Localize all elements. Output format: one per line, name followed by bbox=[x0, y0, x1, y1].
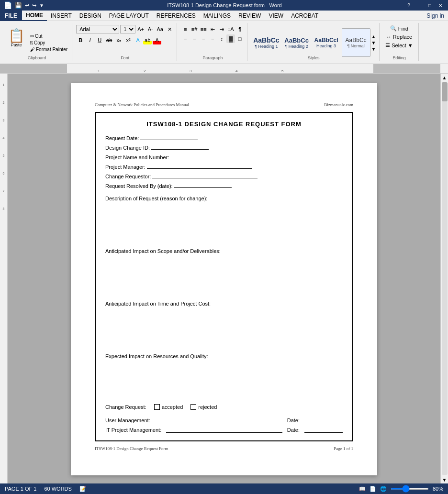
review-menu[interactable]: REVIEW bbox=[235, 11, 265, 21]
project-manager-line[interactable] bbox=[147, 163, 252, 169]
status-bar: PAGE 1 OF 1 60 WORDS 📝 📖 📄 🌐 80% bbox=[0, 483, 448, 494]
scroll-up-button[interactable]: ▲ bbox=[441, 74, 448, 81]
document-footer: ITSW108-1 Design Change Request Form Pag… bbox=[95, 446, 353, 451]
font-name-select[interactable]: Arial bbox=[76, 25, 119, 33]
design-menu[interactable]: DESIGN bbox=[76, 11, 105, 21]
decrease-font-button[interactable]: A- bbox=[146, 25, 155, 33]
select-button[interactable]: ☰ Select ▼ bbox=[383, 42, 414, 49]
scroll-thumb[interactable] bbox=[442, 82, 448, 101]
project-manager-field: Project Manager: bbox=[105, 163, 343, 170]
zoom-slider[interactable] bbox=[391, 488, 429, 490]
help-btn[interactable]: ? bbox=[405, 2, 413, 9]
insert-menu[interactable]: INSERT bbox=[47, 11, 76, 21]
replace-button[interactable]: ↔ Replace bbox=[384, 33, 414, 40]
line-spacing-button[interactable]: ↕ bbox=[217, 34, 226, 43]
file-menu[interactable]: FILE bbox=[0, 11, 22, 21]
maximize-btn[interactable]: □ bbox=[426, 2, 434, 9]
it-proj-mgmt-signature-line[interactable] bbox=[166, 427, 282, 433]
font-size-select[interactable]: 12 bbox=[120, 25, 135, 33]
heading1-style[interactable]: AaBbCc ¶ Heading 1 bbox=[251, 28, 281, 57]
justify-button[interactable]: ≡ bbox=[208, 34, 217, 43]
close-btn[interactable]: ✕ bbox=[437, 2, 444, 9]
heading3-style[interactable]: AaBbCcI Heading 3 bbox=[312, 28, 341, 57]
view-print-btn[interactable]: 📄 bbox=[370, 486, 376, 492]
borders-button[interactable]: □ bbox=[235, 34, 244, 43]
rejected-checkbox[interactable] bbox=[190, 404, 196, 410]
styles-more[interactable]: ▼ bbox=[371, 46, 376, 52]
increase-indent-button[interactable]: ⇥ bbox=[217, 25, 226, 33]
italic-button[interactable]: I bbox=[86, 36, 94, 44]
request-resolved-line[interactable] bbox=[174, 182, 232, 188]
user-mgmt-signature-line[interactable] bbox=[155, 417, 282, 423]
anticipated-time-space bbox=[105, 308, 343, 347]
document-scroll-area[interactable]: Computer & Network Policies and Procedur… bbox=[8, 74, 440, 483]
accepted-label: accepted bbox=[162, 404, 183, 410]
editing-label: Editing bbox=[381, 55, 418, 60]
acrobat-menu[interactable]: ACROBAT bbox=[287, 11, 322, 21]
user-mgmt-date-line[interactable] bbox=[304, 417, 343, 423]
change-requestor-line[interactable] bbox=[152, 173, 258, 178]
font-color-button[interactable]: A bbox=[153, 36, 161, 44]
user-management-row: User Management: Date: bbox=[105, 417, 343, 423]
document-header: Computer & Network Policies and Procedur… bbox=[95, 102, 353, 107]
view-menu[interactable]: VIEW bbox=[265, 11, 287, 21]
heading2-style[interactable]: AaBbCc ¶ Heading 2 bbox=[282, 28, 311, 57]
home-menu[interactable]: HOME bbox=[22, 11, 47, 21]
superscript-button[interactable]: x² bbox=[124, 36, 133, 44]
change-request-label: Change Request: bbox=[105, 404, 146, 410]
it-proj-mgmt-date-line[interactable] bbox=[304, 427, 343, 433]
align-center-button[interactable]: ≡ bbox=[190, 34, 199, 43]
anticipated-scope-space bbox=[105, 256, 343, 294]
accepted-checkbox[interactable] bbox=[154, 404, 160, 410]
highlight-button[interactable]: ab bbox=[143, 36, 152, 44]
clipboard-group: 📋 Paste ✂ Cut ⎘ Copy 🖌 Format Painter Cl… bbox=[2, 23, 72, 61]
proofing-icon[interactable]: 📝 bbox=[79, 486, 86, 492]
cut-button[interactable]: ✂ Cut bbox=[29, 33, 69, 39]
minimize-btn[interactable]: — bbox=[415, 2, 423, 9]
change-case-button[interactable]: Aa bbox=[156, 25, 164, 33]
heading2-label: ¶ Heading 2 bbox=[285, 44, 308, 49]
normal-style[interactable]: AaBbCc ¶ Normal bbox=[342, 28, 370, 57]
design-change-id-line[interactable] bbox=[151, 144, 209, 150]
view-web-btn[interactable]: 🌐 bbox=[380, 486, 387, 492]
undo-btn[interactable]: ↩ bbox=[25, 2, 29, 9]
request-resolved-label: Request Resolved By (date): bbox=[105, 183, 173, 189]
paste-button[interactable]: 📋 Paste bbox=[5, 25, 28, 52]
shading-button[interactable]: ▓ bbox=[226, 34, 235, 43]
find-button[interactable]: 🔍 Find bbox=[388, 25, 410, 32]
sign-in[interactable]: Sign in bbox=[426, 12, 448, 19]
customize-btn[interactable]: ▼ bbox=[39, 3, 44, 8]
scroll-down-button[interactable]: ▼ bbox=[441, 476, 448, 483]
pagelayout-menu[interactable]: PAGE LAYOUT bbox=[105, 11, 153, 21]
subscript-button[interactable]: x₂ bbox=[114, 36, 123, 44]
decrease-indent-button[interactable]: ⇤ bbox=[208, 25, 217, 33]
bold-button[interactable]: B bbox=[76, 36, 85, 44]
redo-btn[interactable]: ↪ bbox=[32, 2, 36, 9]
status-left: PAGE 1 OF 1 60 WORDS 📝 bbox=[5, 486, 86, 492]
accepted-checkbox-item: accepted bbox=[154, 404, 183, 410]
view-read-btn[interactable]: 📖 bbox=[359, 486, 366, 492]
align-left-button[interactable]: ≡ bbox=[181, 34, 190, 43]
sort-button[interactable]: ↕A bbox=[226, 25, 235, 33]
project-name-line[interactable] bbox=[170, 154, 276, 159]
clear-format-button[interactable]: ✕ bbox=[165, 25, 174, 33]
quick-save[interactable]: 💾 bbox=[15, 2, 22, 9]
strikethrough-button[interactable]: ab bbox=[105, 36, 113, 44]
styles-scroll-up[interactable]: ▲ bbox=[371, 34, 376, 39]
text-effects-button[interactable]: A bbox=[134, 36, 142, 44]
request-date-line[interactable] bbox=[140, 134, 198, 140]
numbering-button[interactable]: ≡# bbox=[190, 25, 199, 33]
show-hide-button[interactable]: ¶ bbox=[235, 25, 244, 33]
mailings-menu[interactable]: MAILINGS bbox=[200, 11, 235, 21]
copy-button[interactable]: ⎘ Copy bbox=[29, 40, 69, 46]
styles-scroll-down[interactable]: ▼ bbox=[371, 40, 376, 45]
references-menu[interactable]: REFERENCES bbox=[153, 11, 200, 21]
bullets-button[interactable]: ≡ bbox=[181, 25, 190, 33]
align-right-button[interactable]: ≡ bbox=[199, 34, 208, 43]
underline-button[interactable]: U bbox=[95, 36, 104, 44]
format-painter-button[interactable]: 🖌 Format Painter bbox=[29, 46, 69, 53]
multilevel-button[interactable]: ≡≡ bbox=[199, 25, 208, 33]
status-right: 📖 📄 🌐 80% bbox=[359, 486, 443, 492]
scroll-track[interactable] bbox=[442, 82, 448, 475]
increase-font-button[interactable]: A+ bbox=[136, 25, 145, 33]
